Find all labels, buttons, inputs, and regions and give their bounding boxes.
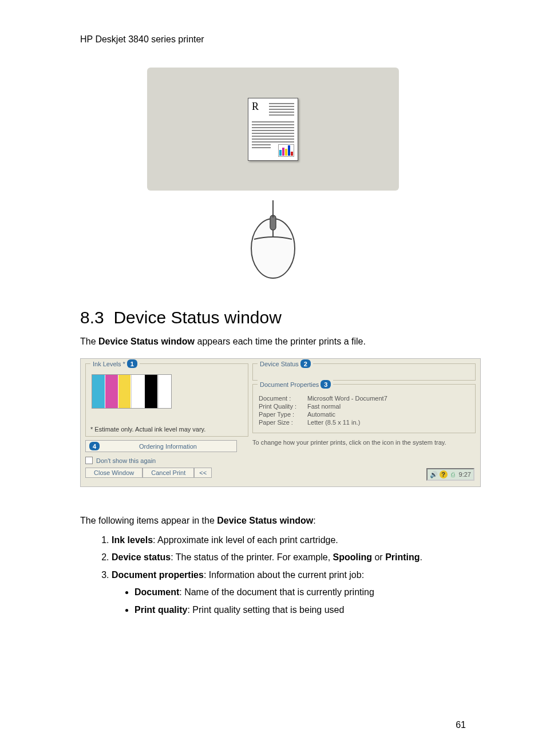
thumbnail-text-lines bbox=[269, 103, 294, 117]
estimate-note: * Estimate only. Actual ink level may va… bbox=[90, 426, 205, 433]
system-tray: 🔊 ? ⎙ 9:27 bbox=[426, 468, 474, 481]
dont-show-checkbox-row[interactable]: Don't show this again bbox=[85, 457, 248, 464]
list-item-2: Device status: The status of the printer… bbox=[112, 551, 466, 564]
list-item-1: Ink levels: Approximate ink level of eac… bbox=[112, 534, 466, 547]
print-preview-area: R bbox=[147, 68, 399, 191]
following-bold: Device Status window bbox=[217, 516, 313, 525]
item1-bold: Ink levels bbox=[112, 535, 153, 545]
cancel-print-button[interactable]: Cancel Print bbox=[143, 468, 194, 478]
callout-2: 2 bbox=[300, 359, 311, 368]
change-settings-hint: To change how your printer prints, click… bbox=[252, 439, 476, 446]
sub-list: Document: Name of the document that is c… bbox=[112, 586, 466, 616]
sub2-rest: : Print quality setting that is being us… bbox=[187, 605, 344, 615]
section-number: 8.3 bbox=[80, 308, 104, 327]
prop-paper-size-label: Paper Size : bbox=[259, 419, 307, 426]
mouse-illustration bbox=[147, 199, 399, 279]
prop-print-quality-value: Fast normal bbox=[307, 403, 341, 410]
device-status-dialog: Ink Levels * 1 * Estimate only. Actual i… bbox=[80, 358, 481, 487]
item2-bold-d: Printing bbox=[385, 552, 420, 562]
dont-show-label: Don't show this again bbox=[96, 457, 156, 464]
page-thumbnail: R bbox=[248, 98, 298, 161]
document-properties-label: Document Properties bbox=[260, 381, 319, 388]
following-items-text: The following items appear in the Device… bbox=[80, 516, 466, 526]
intro-prefix: The bbox=[80, 337, 98, 346]
callout-3: 3 bbox=[321, 380, 331, 389]
device-status-group: Device Status 2 bbox=[252, 363, 476, 381]
prop-paper-size-value: Letter (8.5 x 11 in.) bbox=[307, 419, 360, 426]
item2-bold-b: Spooling bbox=[333, 552, 372, 562]
prop-paper-type-value: Automatic bbox=[307, 411, 335, 418]
prop-paper-type-label: Paper Type : bbox=[259, 411, 307, 418]
callout-4: 4 bbox=[89, 442, 100, 450]
device-status-label: Device Status bbox=[260, 361, 299, 367]
following-suffix: : bbox=[313, 516, 315, 525]
ink-level-bars bbox=[92, 374, 172, 409]
item2-rest-a: : The status of the printer. For example… bbox=[171, 552, 333, 562]
close-window-button[interactable]: Close Window bbox=[85, 468, 143, 478]
collapse-button[interactable]: << bbox=[194, 468, 212, 478]
prop-document-value: Microsoft Word - Document7 bbox=[307, 395, 387, 402]
document-properties-group: Document Properties 3 Document : Microso… bbox=[252, 384, 476, 433]
intro-paragraph: The Device Status window appears each ti… bbox=[80, 337, 466, 347]
sub-item-2: Print quality: Print quality setting tha… bbox=[134, 604, 466, 616]
item2-rest-e: . bbox=[420, 552, 422, 562]
intro-bold: Device Status window bbox=[98, 337, 195, 346]
following-prefix: The following items appear in the bbox=[80, 516, 217, 525]
mouse-icon bbox=[247, 199, 299, 279]
prop-print-quality-label: Print Quality : bbox=[259, 403, 307, 410]
item2-rest-c: or bbox=[372, 552, 385, 562]
section-heading: 8.3 Device Status window bbox=[80, 308, 466, 327]
numbered-list: Ink levels: Approximate ink level of eac… bbox=[80, 534, 466, 616]
item2-bold: Device status bbox=[112, 552, 171, 562]
section-title-text: Device Status window bbox=[113, 308, 281, 327]
callout-1: 1 bbox=[127, 359, 137, 368]
sub1-bold: Document bbox=[134, 587, 179, 597]
intro-suffix: appears each time the printer prints a f… bbox=[195, 337, 366, 346]
sub2-bold: Print quality bbox=[134, 605, 187, 615]
ink-levels-group: Ink Levels * 1 * Estimate only. Actual i… bbox=[85, 363, 248, 437]
thumbnail-color-bars bbox=[278, 144, 294, 157]
page-thumbnail-letter: R bbox=[252, 101, 259, 113]
document-header: HP Deskjet 3840 series printer bbox=[80, 34, 466, 45]
ink-levels-label: Ink Levels * bbox=[93, 361, 125, 367]
page-number: 61 bbox=[456, 720, 466, 730]
item3-bold: Document properties bbox=[112, 570, 204, 580]
list-item-3: Document properties: Information about t… bbox=[112, 569, 466, 616]
tray-clock: 9:27 bbox=[459, 471, 471, 478]
checkbox-icon[interactable] bbox=[85, 457, 93, 464]
volume-icon[interactable]: 🔊 bbox=[430, 470, 438, 478]
prop-document-label: Document : bbox=[259, 395, 307, 402]
sub1-rest: : Name of the document that is currently… bbox=[179, 587, 374, 597]
help-icon[interactable]: ? bbox=[440, 470, 448, 478]
sub-item-1: Document: Name of the document that is c… bbox=[134, 586, 466, 599]
ordering-info-button[interactable]: 4 Ordering Information bbox=[85, 440, 237, 452]
ordering-info-label: Ordering Information bbox=[103, 443, 233, 450]
item1-rest: : Approximate ink level of each print ca… bbox=[153, 535, 338, 545]
printer-tray-icon[interactable]: ⎙ bbox=[449, 470, 457, 478]
item3-rest: : Information about the current print jo… bbox=[204, 570, 364, 580]
